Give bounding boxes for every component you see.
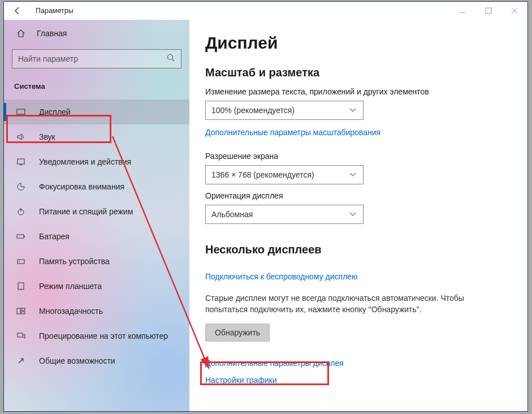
sidebar: Главная Система Дисплей Звук Уведомления…: [4, 20, 189, 411]
sidebar-item-label: Многозадачность: [28, 307, 103, 316]
svg-rect-2: [17, 109, 25, 114]
window-title: Параметры: [31, 7, 73, 15]
svg-rect-6: [24, 236, 25, 237]
chevron-down-icon: [348, 170, 357, 180]
sidebar-item-display[interactable]: Дисплей: [4, 100, 189, 124]
chevron-down-icon: [348, 209, 357, 220]
scale-value: 100% (рекомендуется): [211, 106, 295, 115]
home-link[interactable]: Главная: [4, 22, 189, 45]
sidebar-item-focus[interactable]: Фокусировка внимания: [4, 174, 189, 199]
sidebar-item-multitask[interactable]: Многозадачность: [4, 299, 189, 324]
power-icon: [14, 207, 28, 216]
close-button[interactable]: [501, 2, 527, 20]
resolution-value: 1366 × 768 (рекомендуется): [211, 170, 314, 179]
svg-rect-13: [21, 312, 25, 314]
minimize-button[interactable]: [449, 2, 475, 20]
sidebar-item-label: Режим планшета: [28, 282, 102, 291]
tablet-icon: [14, 282, 28, 291]
sidebar-item-label: Уведомления и действия: [28, 157, 131, 166]
resolution-label: Разрешение экрана: [205, 152, 512, 161]
svg-rect-3: [18, 159, 24, 164]
settings-window: Параметры Главная Система: [3, 1, 528, 412]
maximize-icon: [484, 6, 493, 15]
sidebar-item-projecting[interactable]: Проецирование на этот компьютер: [4, 324, 189, 348]
svg-rect-14: [18, 333, 23, 337]
sidebar-item-sound[interactable]: Звук: [4, 124, 189, 149]
sidebar-item-label: Звук: [28, 132, 55, 141]
maximize-button[interactable]: [475, 2, 501, 20]
svg-rect-11: [17, 308, 20, 314]
scale-label: Изменение размера текста, приложений и д…: [205, 87, 512, 96]
titlebar: Параметры: [4, 2, 527, 20]
display-icon: [14, 107, 28, 117]
chevron-down-icon: [348, 105, 357, 116]
search-icon: [166, 53, 175, 64]
svg-rect-5: [17, 235, 24, 238]
advanced-scaling-link[interactable]: Дополнительные параметры масштабирования: [205, 128, 380, 137]
svg-point-10: [20, 288, 21, 288]
svg-rect-0: [486, 8, 491, 14]
svg-point-8: [19, 261, 20, 262]
sidebar-item-power[interactable]: Питание и спящий режим: [4, 199, 189, 224]
graphics-settings-link[interactable]: Настройки графики: [205, 376, 512, 385]
wireless-display-link[interactable]: Подключиться к беспроводному дисплею: [205, 272, 358, 281]
svg-point-1: [168, 55, 173, 60]
sidebar-item-label: Батарея: [28, 232, 70, 241]
svg-rect-12: [21, 308, 25, 310]
shared-icon: [14, 356, 28, 365]
sidebar-item-label: Проецирование на этот компьютер: [28, 331, 168, 340]
focus-icon: [14, 182, 28, 191]
svg-rect-7: [18, 260, 24, 264]
detect-button[interactable]: Обнаружить: [205, 324, 270, 342]
search-box[interactable]: [12, 49, 181, 68]
close-icon: [510, 6, 519, 15]
sound-icon: [14, 132, 28, 141]
multi-display-heading: Несколько дисплеев: [205, 243, 512, 256]
advanced-display-link[interactable]: Дополнительные параметры дисплея: [205, 359, 512, 368]
scale-heading: Масштаб и разметка: [205, 66, 512, 79]
sidebar-item-label: Фокусировка внимания: [28, 182, 124, 191]
sidebar-item-storage[interactable]: Память устройства: [4, 249, 189, 274]
multitask-icon: [14, 307, 28, 316]
arrow-left-icon: [13, 6, 22, 15]
detect-note: Старые дисплеи могут не всегда подключат…: [205, 292, 499, 316]
scale-select[interactable]: 100% (рекомендуется): [205, 101, 364, 120]
sidebar-item-label: Дисплей: [28, 107, 71, 117]
home-icon: [14, 29, 28, 38]
notifications-icon: [14, 157, 28, 166]
minimize-icon: [458, 6, 467, 15]
content-area: Дисплей Масштаб и разметка Изменение раз…: [189, 20, 527, 411]
projecting-icon: [14, 331, 28, 340]
back-button[interactable]: [4, 2, 31, 20]
sidebar-item-label: Память устройства: [28, 257, 110, 266]
orientation-label: Ориентация дисплея: [205, 191, 512, 200]
storage-icon: [14, 257, 28, 266]
search-input[interactable]: [18, 54, 166, 63]
home-label: Главная: [28, 29, 67, 38]
sidebar-item-label: Питание и спящий режим: [28, 207, 133, 216]
sidebar-item-tablet[interactable]: Режим планшета: [4, 274, 189, 299]
sidebar-item-label: Общие возможности: [28, 356, 115, 365]
section-label: Система: [4, 68, 189, 100]
sidebar-item-battery[interactable]: Батарея: [4, 224, 189, 249]
orientation-value: Альбомная: [211, 210, 253, 219]
sidebar-item-notifications[interactable]: Уведомления и действия: [4, 149, 189, 174]
orientation-select[interactable]: Альбомная: [205, 205, 364, 224]
sidebar-item-shared[interactable]: Общие возможности: [4, 348, 189, 373]
resolution-select[interactable]: 1366 × 768 (рекомендуется): [205, 165, 364, 184]
page-title: Дисплей: [205, 33, 512, 53]
battery-icon: [14, 232, 28, 241]
